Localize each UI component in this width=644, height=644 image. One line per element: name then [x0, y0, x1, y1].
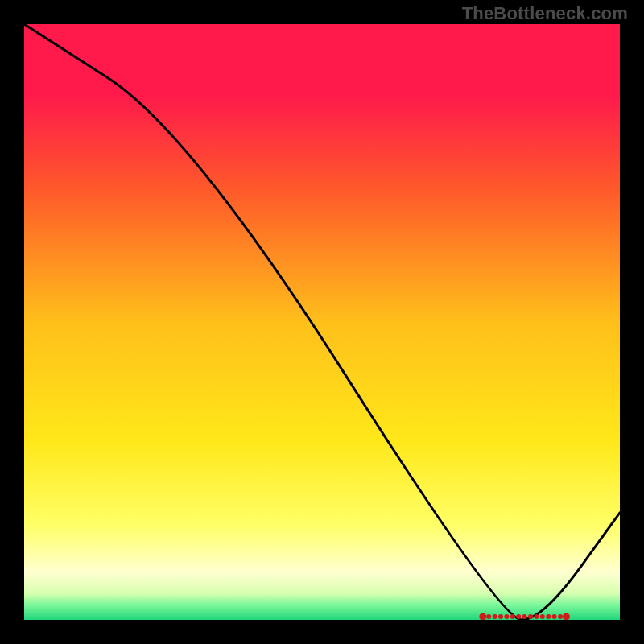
- watermark-text: TheBottleneck.com: [462, 3, 628, 24]
- bottleneck-chart: [24, 24, 620, 620]
- svg-point-7: [516, 614, 521, 619]
- gradient-background: [24, 24, 620, 620]
- svg-point-6: [510, 614, 515, 619]
- svg-point-13: [552, 614, 557, 619]
- svg-point-3: [493, 614, 497, 619]
- svg-point-9: [528, 614, 533, 619]
- svg-point-12: [546, 614, 551, 619]
- svg-point-14: [558, 614, 563, 619]
- svg-point-4: [498, 614, 503, 619]
- svg-point-11: [540, 614, 545, 619]
- plot-area: [24, 24, 620, 620]
- chart-frame: TheBottleneck.com: [0, 0, 644, 644]
- svg-point-5: [504, 614, 509, 619]
- svg-point-8: [522, 614, 527, 619]
- svg-point-10: [534, 614, 539, 619]
- svg-point-2: [486, 614, 491, 619]
